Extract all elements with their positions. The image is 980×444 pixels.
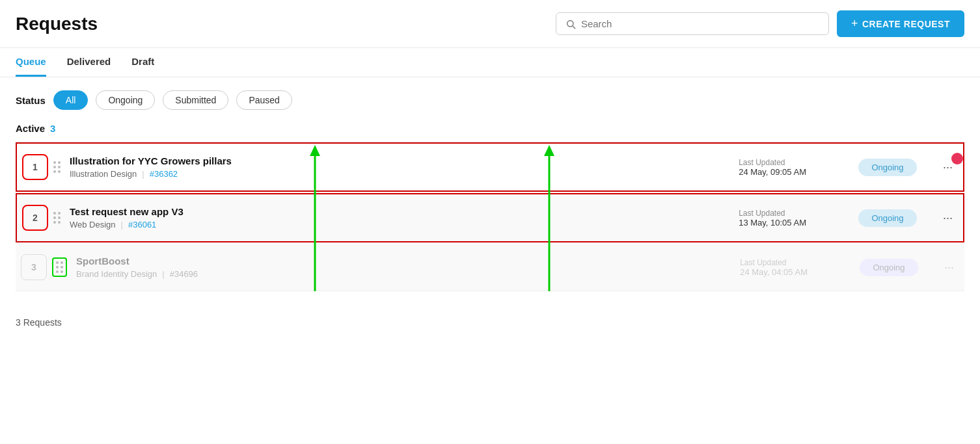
status-badge-3: Ongoing [860, 259, 918, 276]
row-meta-3: Last Updated 24 May, 04:05 AM Ongoing ··… [688, 258, 959, 277]
row-category-1: Illustration Design [70, 169, 137, 179]
notification-dot [951, 153, 963, 164]
row-number-3: 3 [21, 254, 47, 280]
header: Requests + CREATE REQUEST [0, 0, 980, 48]
page-title: Requests [16, 14, 98, 34]
last-updated-1: Last Updated 24 May, 09:05 AM [739, 158, 806, 177]
row-subtitle-3: Brand Identity Design | #34696 [76, 269, 688, 279]
search-box[interactable] [556, 12, 829, 35]
row-number-2: 2 [22, 205, 48, 231]
header-right: + CREATE REQUEST [556, 10, 964, 37]
row-meta-2: Last Updated 13 May, 10:05 AM Ongoing ··… [687, 209, 958, 228]
last-updated-label-3: Last Updated [740, 258, 808, 267]
last-updated-2: Last Updated 13 May, 10:05 AM [739, 209, 806, 228]
status-filter-all[interactable]: All [53, 90, 88, 110]
divider-3: | [162, 269, 164, 279]
status-filter-submitted[interactable]: Submitted [163, 90, 228, 110]
row-id-2: #36061 [128, 220, 156, 229]
create-request-button[interactable]: + CREATE REQUEST [837, 10, 964, 37]
status-badge-2: Ongoing [858, 209, 917, 227]
status-filter-paused[interactable]: Paused [236, 90, 292, 110]
status-badge-1: Ongoing [858, 159, 917, 176]
create-request-label: CREATE REQUEST [862, 19, 950, 29]
divider-1: | [142, 169, 144, 179]
row-id-3: #34696 [170, 269, 198, 279]
row-title-2: Test request new app V3 [70, 206, 687, 217]
more-menu-button-2[interactable]: ··· [938, 209, 958, 228]
status-label: Status [16, 95, 46, 106]
row-meta-1: Last Updated 24 May, 09:05 AM Ongoing ··… [687, 158, 958, 177]
row-category-3: Brand Identity Design [76, 269, 157, 279]
last-updated-label-2: Last Updated [739, 209, 806, 218]
drag-handle-2[interactable] [53, 212, 61, 224]
content: Status All Ongoing Submitted Paused Acti… [0, 77, 980, 304]
row-info-1: Illustration for YYC Growers pillars Ill… [70, 155, 687, 179]
active-label: Active [16, 123, 45, 134]
drag-handle-3[interactable] [52, 257, 67, 277]
last-updated-value-2: 13 May, 10:05 AM [739, 218, 806, 228]
row-subtitle-2: Web Design | #36061 [70, 220, 687, 229]
last-updated-value-1: 24 May, 09:05 AM [739, 167, 806, 177]
status-filter-row: Status All Ongoing Submitted Paused [16, 90, 964, 110]
drag-handle-1[interactable] [53, 161, 61, 173]
tab-queue[interactable]: Queue [16, 56, 46, 77]
divider-2: | [121, 220, 123, 229]
table-row: 2 Test request new app V3 Web Design | #… [16, 193, 964, 242]
active-section-heading: Active 3 [16, 123, 964, 134]
requests-total-label: 3 Requests [16, 317, 62, 328]
requests-list-wrapper: 1 Illustration for YYC Growers pillars I… [16, 142, 964, 291]
table-row: 3 SportBoost Brand Identity Design | #34… [16, 244, 964, 291]
search-icon [565, 19, 576, 29]
row-title-1: Illustration for YYC Growers pillars [70, 155, 687, 166]
row-title-3: SportBoost [76, 255, 688, 267]
row-subtitle-1: Illustration Design | #36362 [70, 169, 687, 179]
plus-icon: + [851, 17, 858, 31]
requests-list: 1 Illustration for YYC Growers pillars I… [16, 142, 964, 291]
active-count: 3 [50, 123, 55, 134]
tabs-bar: Queue Delivered Draft [0, 48, 980, 77]
table-row: 1 Illustration for YYC Growers pillars I… [16, 142, 964, 192]
last-updated-label-1: Last Updated [739, 158, 806, 167]
row-id-1: #36362 [150, 169, 178, 179]
last-updated-value-3: 24 May, 04:05 AM [740, 267, 808, 277]
tab-delivered[interactable]: Delivered [67, 56, 111, 77]
status-filter-ongoing[interactable]: Ongoing [96, 90, 155, 110]
footer-count: 3 Requests [0, 304, 980, 341]
last-updated-3: Last Updated 24 May, 04:05 AM [740, 258, 808, 277]
tab-draft[interactable]: Draft [131, 56, 154, 77]
svg-line-1 [573, 26, 575, 29]
row-number-1: 1 [22, 154, 48, 180]
search-input[interactable] [581, 18, 819, 29]
row-info-3: SportBoost Brand Identity Design | #3469… [76, 255, 688, 279]
more-menu-button-3[interactable]: ··· [939, 258, 959, 277]
row-category-2: Web Design [70, 220, 116, 229]
row-info-2: Test request new app V3 Web Design | #36… [70, 206, 687, 229]
